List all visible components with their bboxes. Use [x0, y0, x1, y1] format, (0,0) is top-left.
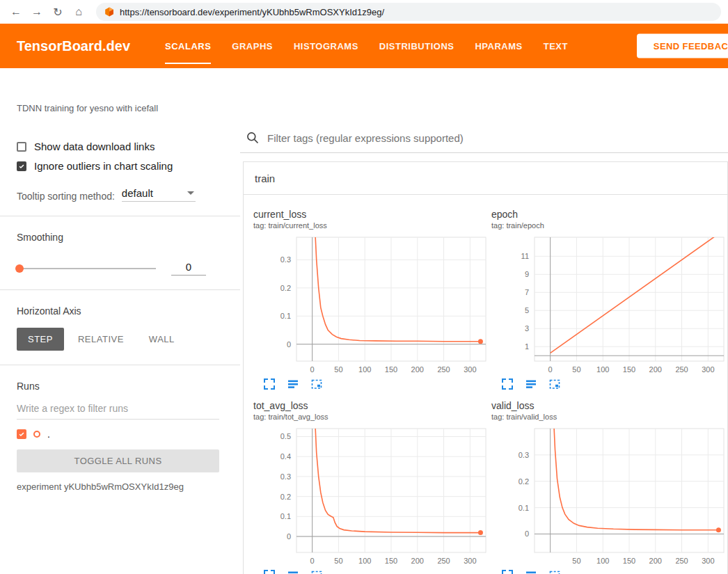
chart-plot[interactable]: 0501001502002503001357911	[491, 232, 725, 374]
run-selector-icon[interactable]	[287, 569, 299, 574]
run-checkbox[interactable]	[17, 429, 26, 439]
chart-title: current_loss	[253, 209, 487, 220]
svg-text:0: 0	[525, 529, 529, 538]
chart-plot[interactable]: 5010015020025030000.10.20.3	[491, 424, 725, 566]
svg-text:50: 50	[572, 365, 580, 374]
settings-sidebar: Show data download links Ignore outliers…	[0, 124, 240, 574]
chart-tag: tag: train/epoch	[491, 221, 725, 230]
sidebar-divider	[0, 365, 240, 365]
address-bar[interactable]: https://tensorboard.dev/experiment/yKUbh…	[96, 3, 721, 21]
svg-text:0: 0	[287, 340, 291, 349]
app-header: TensorBoard.dev SCALARS GRAPHS HISTOGRAM…	[0, 24, 728, 68]
tab-distributions[interactable]: DISTRIBUTIONS	[379, 24, 454, 68]
smoothing-value-input[interactable]	[171, 261, 206, 276]
tab-graphs[interactable]: GRAPHS	[232, 24, 273, 68]
back-icon[interactable]: ←	[7, 6, 25, 18]
svg-text:0.4: 0.4	[280, 452, 291, 461]
tab-text[interactable]: TEXT	[544, 24, 568, 68]
tab-histograms[interactable]: HISTOGRAMS	[294, 24, 358, 68]
fit-domain-icon[interactable]	[548, 378, 561, 390]
svg-text:0.1: 0.1	[519, 504, 529, 512]
fit-domain-icon[interactable]	[310, 378, 323, 390]
chart-plot[interactable]: 05010015020025030000.10.20.30.40.5	[253, 424, 487, 566]
toggle-all-runs-button[interactable]: TOGGLE ALL RUNS	[17, 449, 219, 472]
smoothing-slider[interactable]	[17, 268, 156, 269]
tab-scalars[interactable]: SCALARS	[165, 24, 211, 68]
show-download-links-row: Show data download links	[17, 141, 219, 152]
tooltip-sorting-dropdown[interactable]: default	[122, 187, 196, 202]
run-list-item: .	[17, 429, 219, 440]
nav-tabs: SCALARS GRAPHS HISTOGRAMS DISTRIBUTIONS …	[165, 24, 589, 68]
tag-filter-input[interactable]	[266, 131, 728, 145]
svg-text:150: 150	[385, 557, 397, 565]
tooltip-sorting-label: Tooltip sorting method:	[17, 191, 115, 202]
dropdown-caret-icon	[187, 191, 194, 195]
svg-text:3: 3	[525, 324, 529, 333]
experiment-caption: experiment yKUbhb5wRmOSXYkId1z9eg	[17, 481, 219, 492]
svg-text:250: 250	[437, 557, 450, 565]
tooltip-sorting-value: default	[122, 187, 153, 199]
svg-text:300: 300	[702, 557, 714, 565]
forward-icon[interactable]: →	[28, 6, 46, 18]
fit-domain-icon[interactable]	[310, 569, 323, 574]
expand-chart-icon[interactable]	[501, 378, 514, 390]
runs-label: Runs	[17, 381, 219, 392]
sidebar-divider	[0, 216, 240, 216]
ignore-outliers-label: Ignore outliers in chart scaling	[34, 160, 173, 172]
svg-text:300: 300	[464, 557, 476, 565]
svg-text:0.3: 0.3	[280, 255, 291, 264]
tooltip-sorting-row: Tooltip sorting method: default	[17, 187, 219, 202]
svg-text:200: 200	[411, 557, 424, 565]
show-download-links-checkbox[interactable]	[17, 142, 26, 152]
axis-step-button[interactable]: STEP	[17, 328, 64, 351]
svg-text:100: 100	[596, 365, 609, 374]
reload-icon[interactable]: ↻	[49, 6, 67, 19]
svg-text:250: 250	[437, 365, 450, 374]
svg-text:0.2: 0.2	[519, 477, 529, 486]
svg-text:50: 50	[334, 365, 342, 374]
fit-domain-icon[interactable]	[548, 569, 561, 574]
svg-text:100: 100	[358, 365, 371, 374]
expand-chart-icon[interactable]	[263, 569, 276, 574]
svg-text:0: 0	[548, 365, 553, 374]
train-group-card: train current_loss tag: train/current_lo…	[243, 161, 728, 574]
run-selector-icon[interactable]	[287, 378, 299, 390]
svg-text:300: 300	[464, 365, 476, 374]
browser-toolbar: ← → ↻ ⌂ https://tensorboard.dev/experime…	[0, 0, 728, 24]
svg-text:0.2: 0.2	[280, 493, 291, 501]
send-feedback-button[interactable]: SEND FEEDBACK	[637, 34, 728, 58]
tab-hparams[interactable]: HPARAMS	[475, 24, 522, 68]
tag-filter-row	[240, 124, 728, 153]
svg-text:100: 100	[596, 557, 609, 565]
svg-text:150: 150	[385, 365, 397, 374]
ignore-outliers-checkbox[interactable]	[17, 161, 26, 171]
svg-text:7: 7	[525, 288, 529, 296]
axis-relative-button[interactable]: RELATIVE	[67, 328, 135, 351]
axis-wall-button[interactable]: WALL	[138, 328, 186, 351]
svg-text:50: 50	[334, 557, 342, 565]
experiment-title: TDNN training for yesno with icefall	[0, 68, 728, 124]
chart-card-tot-avg-loss: tot_avg_loss tag: train/tot_avg_loss 050…	[253, 400, 487, 574]
chart-card-current-loss: current_loss tag: train/current_loss 050…	[253, 209, 487, 390]
run-selector-icon[interactable]	[525, 569, 537, 574]
run-selector-icon[interactable]	[525, 378, 537, 390]
expand-chart-icon[interactable]	[263, 378, 276, 390]
svg-text:0.2: 0.2	[280, 284, 291, 292]
svg-text:5: 5	[525, 306, 529, 314]
expand-chart-icon[interactable]	[501, 569, 514, 574]
svg-text:100: 100	[358, 557, 371, 565]
chart-actions	[253, 378, 487, 390]
smoothing-slider-thumb[interactable]	[15, 264, 24, 273]
search-icon	[246, 131, 260, 145]
svg-text:250: 250	[675, 557, 688, 565]
train-group-header[interactable]: train	[244, 162, 727, 195]
svg-text:11: 11	[521, 252, 529, 260]
url-text: https://tensorboard.dev/experiment/yKUbh…	[120, 7, 384, 17]
svg-text:50: 50	[572, 557, 580, 565]
chart-title: epoch	[491, 209, 725, 220]
runs-filter-input[interactable]	[17, 397, 219, 420]
chart-plot[interactable]: 05010015020025030000.10.20.3	[253, 232, 487, 374]
brand-title: TensorBoard.dev	[17, 38, 130, 54]
dashboard-main: train current_loss tag: train/current_lo…	[240, 124, 728, 574]
home-icon[interactable]: ⌂	[70, 6, 88, 18]
